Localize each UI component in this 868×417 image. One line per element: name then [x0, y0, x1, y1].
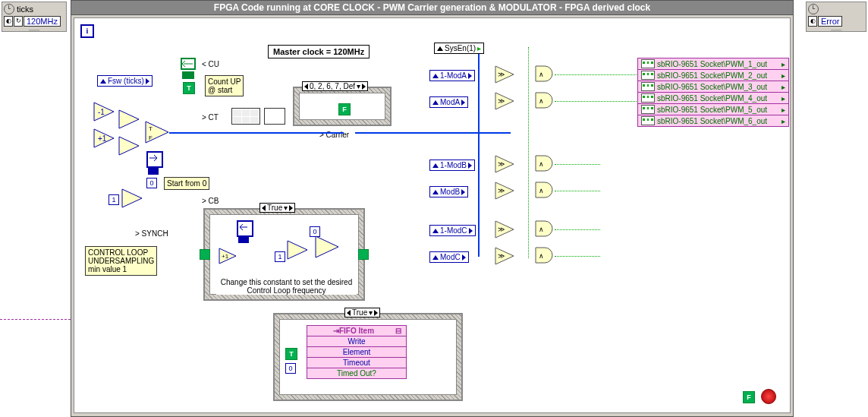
case-structure-1[interactable]: 0, 2, 6, 7, Def▾ F	[293, 87, 392, 126]
and-gate[interactable]: ∧	[535, 247, 555, 264]
add-node[interactable]: +1	[219, 248, 237, 264]
pwm-out-row[interactable]: sbRIO-9651 Socket\PWM_4_out▸	[638, 93, 788, 104]
svg-text:≫: ≫	[498, 160, 505, 168]
mod-label: ModA	[440, 98, 460, 106]
info-icon[interactable]: i	[80, 24, 94, 38]
comparator[interactable]: ≫	[495, 182, 514, 200]
case-selector[interactable]: True▾	[259, 203, 295, 213]
compare-node[interactable]	[287, 240, 308, 260]
fifo-header: ⇥FIFO Item⊟	[307, 326, 406, 336]
const-one[interactable]: 1	[108, 194, 119, 205]
local-var-icon	[432, 190, 439, 194]
local-var-icon	[100, 79, 106, 84]
case-selector[interactable]: True▾	[344, 308, 380, 317]
case-terminal	[200, 249, 210, 260]
master-clock-label: Master clock = 120MHz	[268, 45, 370, 58]
clock-icon	[808, 4, 819, 14]
prev-case-icon[interactable]	[262, 205, 266, 211]
comparator[interactable]: ≫	[495, 65, 514, 84]
pwm-out-row[interactable]: sbRIO-9651 Socket\PWM_3_out▸	[638, 81, 788, 93]
select-node[interactable]	[315, 235, 339, 258]
feedback-node[interactable]	[181, 58, 196, 70]
frame-title: FPGA Code running at CORE CLOCK - PWM Ca…	[71, 1, 793, 15]
start-from-0-label: Start from 0	[164, 177, 209, 190]
add-node[interactable]: +1	[93, 128, 115, 148]
svg-text:≫: ≫	[498, 97, 505, 105]
svg-text:T: T	[149, 125, 153, 132]
comparator[interactable]: ≫	[495, 247, 514, 265]
svg-text:≫: ≫	[498, 252, 505, 260]
and-gate[interactable]: ∧	[535, 155, 555, 172]
const-zero[interactable]: 0	[285, 363, 296, 374]
svg-text:≫: ≫	[498, 226, 505, 233]
ticks-panel: ticks ◐ ↻ 120MHz ══	[2, 2, 67, 32]
compare-node[interactable]	[121, 188, 143, 208]
pwm-output-bundle[interactable]: sbRIO-9651 Socket\PWM_1_out▸ sbRIO-9651 …	[637, 58, 789, 127]
divider: ══	[4, 27, 64, 30]
sysen-label: SysEn(1)	[445, 44, 476, 52]
feedback-node[interactable]	[146, 151, 163, 168]
case-structure-2[interactable]: True▾ +1 1 0 Change this constant to set…	[203, 208, 365, 301]
subtract-node[interactable]: -1	[93, 102, 115, 122]
wave-icon	[641, 105, 655, 114]
diagram-canvas: i Master clock = 120MHz Fsw (ticks) < CU…	[74, 17, 791, 413]
comparator[interactable]: ≫	[495, 92, 514, 110]
mod-1c-node[interactable]: 1-ModC	[429, 225, 476, 236]
fsw-node[interactable]: Fsw (ticks)	[97, 75, 153, 87]
next-case-icon[interactable]	[362, 84, 366, 90]
pwm-out-row[interactable]: sbRIO-9651 Socket\PWM_1_out▸	[638, 58, 788, 70]
case-structure-3[interactable]: True▾ T 0 ⇥FIFO Item⊟ Write Element Time…	[273, 313, 463, 401]
out-arrow-icon	[468, 163, 472, 169]
compare-node[interactable]	[118, 109, 140, 129]
bool-true[interactable]: T	[183, 82, 195, 94]
fsw-text: Fsw (ticks)	[108, 77, 144, 85]
and-gate[interactable]: ∧	[535, 92, 555, 109]
next-case-icon[interactable]	[374, 310, 378, 316]
change-const-note: Change this constant to set the desired …	[216, 278, 357, 295]
build-array-node[interactable]	[231, 108, 260, 125]
compare-node[interactable]	[118, 136, 140, 156]
select-node[interactable]: TF	[145, 121, 169, 144]
case-label: True	[267, 204, 282, 212]
and-gate[interactable]: ∧	[535, 220, 555, 237]
svg-text:∧: ∧	[539, 252, 544, 260]
svg-marker-4	[119, 110, 139, 128]
comparator[interactable]: ≫	[495, 155, 514, 173]
mod-1b-node[interactable]: 1-ModB	[429, 160, 475, 171]
const-one[interactable]: 1	[275, 251, 285, 262]
pwm-out-row[interactable]: sbRIO-9651 Socket\PWM_2_out▸	[638, 70, 788, 81]
const-zero[interactable]: 0	[146, 178, 157, 188]
loop-stop-button[interactable]	[761, 389, 776, 404]
prev-case-icon[interactable]	[304, 84, 308, 90]
and-gate[interactable]: ∧	[535, 65, 555, 82]
svg-text:≫: ≫	[498, 71, 505, 78]
svg-marker-5	[119, 137, 139, 155]
index-node[interactable]	[264, 108, 285, 125]
bool-false[interactable]: F	[338, 103, 351, 115]
fifo-node[interactable]: ⇥FIFO Item⊟ Write Element Timeout Timed …	[307, 325, 407, 379]
pwm-out-row[interactable]: sbRIO-9651 Socket\PWM_5_out▸	[638, 104, 788, 115]
undersampling-note: CONTROL LOOP UNDERSAMPLING min value 1	[85, 246, 157, 276]
pwm-out-row[interactable]: sbRIO-9651 Socket\PWM_6_out▸	[638, 115, 788, 126]
feedback-init	[148, 167, 159, 175]
out-arrow-icon	[461, 189, 465, 195]
prev-case-icon[interactable]	[347, 310, 351, 316]
mod-1a-node[interactable]: 1-ModA	[429, 70, 475, 81]
fifo-write: Write	[307, 336, 406, 347]
mod-c-node[interactable]: ModC	[429, 251, 469, 263]
next-case-icon[interactable]	[289, 205, 293, 211]
wave-icon	[641, 116, 655, 125]
mod-a-node[interactable]: ModA	[429, 96, 468, 108]
feedback-node[interactable]	[237, 220, 253, 237]
mod-b-node[interactable]: ModB	[429, 186, 468, 197]
and-gate[interactable]: ∧	[535, 182, 555, 198]
synch-label: > SYNCH	[135, 229, 168, 238]
bool-true[interactable]: T	[285, 348, 297, 360]
case-selector[interactable]: 0, 2, 6, 7, Def▾	[302, 81, 368, 91]
sysen-node[interactable]: SysEn(1)▸	[434, 43, 484, 54]
wave-icon	[641, 71, 655, 80]
bool-false[interactable]: F	[743, 391, 755, 403]
comparator[interactable]: ≫	[495, 220, 514, 239]
svg-text:+1: +1	[98, 134, 107, 143]
fifo-element: Element	[307, 347, 406, 358]
